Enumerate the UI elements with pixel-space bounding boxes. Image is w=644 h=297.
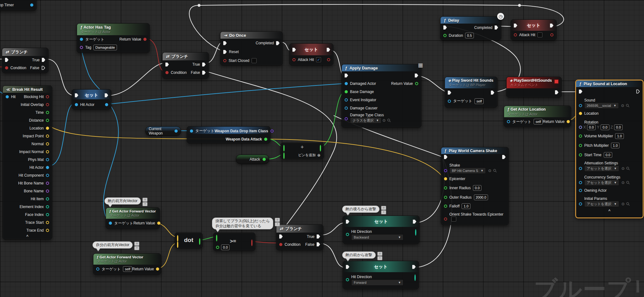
node-delay[interactable]: ◷ ƒDelay Completed Duration 0.5 xyxy=(440,16,501,40)
volume-pin[interactable] xyxy=(579,135,582,138)
tag-input[interactable]: Damageable xyxy=(93,45,117,50)
add-pin-button[interactable]: ピンを追加⊕ xyxy=(298,153,320,157)
comment-bubble-self-forward[interactable]: 自分の前方向Vector ⊙≡ xyxy=(92,241,133,249)
exec-in-pin[interactable] xyxy=(75,93,78,97)
comment-icon[interactable]: ≡ xyxy=(377,256,382,260)
object-pin[interactable] xyxy=(30,3,33,7)
search-icon[interactable] xyxy=(387,118,391,122)
add-input-pin-2[interactable] xyxy=(283,152,285,159)
return-value-pin[interactable] xyxy=(415,82,418,85)
use-asset-icon[interactable]: ⊙ xyxy=(621,103,624,108)
exec-in-pin[interactable] xyxy=(448,91,451,95)
comment-bubble-enemy-forward[interactable]: 敵の前方向Vector ⊙≡ xyxy=(104,197,141,205)
node-set-attack-hit-true[interactable]: セット Attack Hit ✓ xyxy=(289,43,333,65)
rotation-y-input[interactable]: 0.0 xyxy=(601,124,609,130)
exec-out-pin[interactable] xyxy=(105,93,108,97)
out-pin[interactable] xyxy=(46,103,49,106)
exec-out-pin[interactable] xyxy=(550,24,553,28)
node-set-hit-actor[interactable]: セット Hit Actor xyxy=(72,89,111,109)
node-play-sound-at-location[interactable]: ƒPlay Sound at Location Sound 266595__so… xyxy=(575,80,643,218)
node-playswordhitsounds-event[interactable]: ◈ PlaySwordHitSounds カスタムイベント xyxy=(506,77,562,97)
out-pin[interactable] xyxy=(46,174,49,177)
comment-icon[interactable]: ≡ xyxy=(381,210,386,214)
node-get-actor-location[interactable]: ƒ Get Actor Location ターゲットは Actor ターゲット … xyxy=(504,106,571,127)
target-pin[interactable] xyxy=(96,267,99,271)
return-value-pin[interactable] xyxy=(156,267,159,271)
exec-in-pin[interactable] xyxy=(292,48,296,52)
collapse-chevron-icon[interactable]: ^ xyxy=(3,234,52,239)
node-loop-timer[interactable]: e Loop Timer xyxy=(0,0,36,11)
pin-icon[interactable]: ⊙ xyxy=(377,252,382,256)
out-pin[interactable] xyxy=(46,190,49,193)
search-icon[interactable] xyxy=(626,104,630,107)
node-do-once[interactable]: ⇥Do Once Completed Reset Start Closed xyxy=(220,31,283,65)
node-weapon-data[interactable]: ターゲット Weapon Data Drop Item Class Weapon… xyxy=(187,126,270,143)
target-pin[interactable] xyxy=(109,222,112,225)
exec-in-pin[interactable] xyxy=(346,220,349,224)
attack-hit-in-pin[interactable] xyxy=(292,58,296,61)
return-value-pin[interactable] xyxy=(143,38,147,41)
pitch-input[interactable]: 1.0 xyxy=(611,143,619,148)
attack-hit-checkbox[interactable]: ✓ xyxy=(316,57,321,62)
completed-exec-pin[interactable] xyxy=(495,25,498,30)
target-pin[interactable] xyxy=(80,38,83,41)
out-pin[interactable] xyxy=(46,142,49,146)
false-exec-pin[interactable] xyxy=(42,66,45,70)
exec-in-pin[interactable] xyxy=(443,25,447,30)
hit-direction-out-pin[interactable] xyxy=(414,274,416,281)
rotation-z-input[interactable]: 0.0 xyxy=(614,124,623,130)
node-add[interactable]: + ピンを追加⊕ xyxy=(280,143,324,159)
concurrency-dropdown[interactable]: アセットを選択▼ xyxy=(584,179,619,186)
object-out-pin[interactable] xyxy=(175,129,178,133)
out-pin[interactable] xyxy=(46,150,49,153)
exec-in-pin[interactable] xyxy=(346,265,349,269)
false-exec-pin[interactable] xyxy=(317,242,320,246)
hit-actor-in-pin[interactable] xyxy=(75,103,78,106)
comment-bubble-dot-explain[interactable]: 掛算してプラス(0以上)だったら 自分は敵の背中を見ている ⊙≡ xyxy=(212,217,273,229)
use-asset-icon[interactable]: ⊙ xyxy=(382,118,386,123)
hit-direction-dropdown[interactable]: Forward▼ xyxy=(351,279,403,286)
collapse-chevron-icon[interactable]: ^ xyxy=(576,209,643,213)
return-value-pin[interactable] xyxy=(567,120,570,123)
hit-actor-out-pin[interactable] xyxy=(105,103,108,106)
pin-icon[interactable]: ⊙ xyxy=(142,198,147,202)
out-pin[interactable] xyxy=(46,119,49,122)
inner-radius-input[interactable]: 0.0 xyxy=(473,185,481,191)
true-exec-pin[interactable] xyxy=(317,234,320,239)
falloff-pin[interactable] xyxy=(444,205,447,208)
duration-pin[interactable] xyxy=(443,34,447,37)
shake-pin[interactable] xyxy=(444,169,447,172)
node-dot-product[interactable]: dot xyxy=(175,233,203,248)
node-set-hit-direction-forward[interactable]: セット Hit Direction Forward▼ xyxy=(343,261,419,289)
out-pin[interactable] xyxy=(46,182,49,185)
pin-icon[interactable]: ⊙ xyxy=(275,218,280,222)
comment-icon[interactable]: ≡ xyxy=(275,222,280,226)
gte-output-pin[interactable] xyxy=(251,239,253,246)
exec-in-pin[interactable] xyxy=(579,90,582,94)
search-icon[interactable] xyxy=(626,202,630,206)
exec-out-pin[interactable] xyxy=(555,90,558,94)
node-branch-1[interactable]: ⇄ブランチ True Condition False xyxy=(2,48,48,73)
condition-pin[interactable] xyxy=(5,66,8,69)
out-pin[interactable] xyxy=(46,197,49,201)
node-branch-2[interactable]: ⇄ブランチ True Condition False xyxy=(162,52,209,79)
target-input[interactable]: self xyxy=(123,266,132,272)
comment-bubble-attack-behind[interactable]: 敵の後ろから攻撃 ⊙≡ xyxy=(342,206,380,213)
falloff-input[interactable]: 1.0 xyxy=(462,203,470,209)
node-get-actor-forward-vector-self[interactable]: ƒ Get Actor Forward Vector ターゲットは Actor … xyxy=(93,253,161,275)
comment-icon[interactable]: ≡ xyxy=(134,246,139,250)
hit-direction-in-pin[interactable] xyxy=(346,278,349,281)
hit-direction-dropdown[interactable]: Backward▼ xyxy=(351,234,403,240)
gte-b-input[interactable]: 0.0 xyxy=(221,245,230,250)
duration-input[interactable]: 0.5 xyxy=(465,33,474,38)
exec-in-pin[interactable] xyxy=(279,234,283,239)
orient-shake-checkbox[interactable] xyxy=(451,217,456,222)
exec-in-pin[interactable] xyxy=(5,58,8,62)
out-pin[interactable] xyxy=(46,205,49,208)
start-closed-pin[interactable] xyxy=(223,59,226,62)
out-pin[interactable] xyxy=(46,95,49,98)
damaged-actor-pin[interactable] xyxy=(345,82,348,85)
tag-pin[interactable] xyxy=(80,46,83,49)
use-asset-icon[interactable]: ⊙ xyxy=(488,168,491,173)
pitch-pin[interactable] xyxy=(579,144,582,147)
